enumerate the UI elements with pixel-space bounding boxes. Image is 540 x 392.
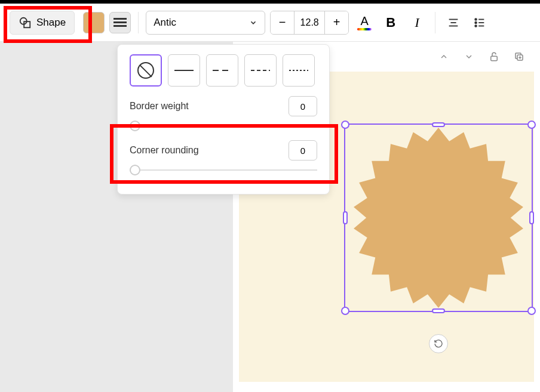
font-family-select[interactable]: Antic [146,11,265,35]
none-icon [137,62,154,79]
rainbow-swatch [357,28,372,30]
border-weight-thumb[interactable] [130,121,140,131]
font-size-input[interactable] [294,11,324,35]
text-color-letter: A [361,14,369,28]
rotate-icon [434,339,443,348]
duplicate-icon [514,51,524,62]
shape-button-label: Shape [36,17,66,29]
decrease-size-button[interactable]: − [271,11,294,35]
selection-box [344,124,533,312]
font-name-label: Antic [154,17,176,29]
shape-icon [19,16,32,29]
nav-down-button[interactable] [460,48,478,66]
resize-handle-b[interactable] [432,308,445,313]
lock-button[interactable] [485,48,503,66]
svg-rect-11 [491,56,498,61]
resize-handle-br[interactable] [527,307,536,315]
border-popover: Border weight Corner rounding [117,44,330,195]
resize-handle-tr[interactable] [527,121,536,129]
svg-point-7 [475,21,477,23]
nav-up-button[interactable] [435,48,453,66]
corner-rounding-thumb[interactable] [130,165,140,175]
toolbar: Shape Antic − + A B I [0,4,540,42]
corner-rounding-slider[interactable] [130,163,317,177]
border-style-solid[interactable] [168,54,200,87]
dash-short-icon [251,70,270,71]
svg-point-9 [475,25,477,27]
svg-rect-1 [24,21,30,27]
border-style-dash-short[interactable] [244,54,277,87]
border-style-none[interactable] [130,54,162,87]
resize-handle-bl[interactable] [341,307,349,315]
chevron-up-icon [439,52,449,61]
italic-button[interactable]: I [406,12,428,33]
list-button[interactable] [469,12,490,33]
svg-point-5 [475,18,477,20]
resize-handle-r[interactable] [529,211,534,224]
duplicate-button[interactable] [510,48,528,66]
corner-rounding-row: Corner rounding [130,140,317,160]
corner-rounding-input[interactable] [289,140,317,160]
divider [435,12,435,33]
dotted-icon [289,70,308,71]
bold-button[interactable]: B [380,12,401,33]
divider [138,12,139,33]
solid-line-icon [174,70,194,71]
border-weight-slider[interactable] [130,119,317,133]
chevron-down-icon [249,18,257,27]
resize-handle-tl[interactable] [341,121,349,129]
border-style-button[interactable] [109,12,131,33]
text-align-button[interactable] [443,12,464,33]
resize-handle-l[interactable] [343,211,348,224]
shape-button[interactable]: Shape [10,11,75,35]
increase-size-button[interactable]: + [324,11,348,35]
list-icon [473,16,486,29]
border-style-dotted[interactable] [283,54,315,87]
fill-color-swatch[interactable] [83,12,105,33]
corner-rounding-label: Corner rounding [130,145,199,156]
unlock-icon [489,51,499,62]
border-weight-row: Border weight [130,96,317,116]
border-weight-label: Border weight [130,101,189,112]
align-center-icon [447,16,460,29]
border-weight-input[interactable] [289,96,317,116]
dash-long-icon [213,70,232,71]
rotate-button[interactable] [429,334,448,353]
chevron-down-icon [464,52,474,61]
font-size-group: − + [270,11,349,35]
resize-handle-t[interactable] [432,122,445,127]
text-color-button[interactable]: A [354,12,375,33]
border-style-dash-long[interactable] [206,54,238,87]
canvas-nav [435,48,528,66]
border-style-row [130,54,317,87]
